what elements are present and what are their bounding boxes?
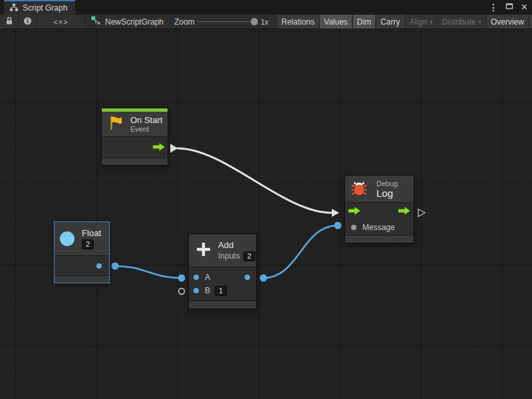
code-icon: <×> — [53, 18, 68, 26]
float-type-icon — [60, 231, 74, 246]
flow-out-port-log-unconnected[interactable] — [418, 209, 425, 217]
graph-name-label: NewScriptGraph — [105, 17, 164, 27]
overview-button[interactable]: Overview — [487, 15, 528, 29]
value-in-dot-b[interactable] — [194, 288, 199, 293]
node-debug-log[interactable]: Debug Log Message — [344, 175, 414, 243]
node-title: Add — [218, 240, 255, 250]
carry-button[interactable]: Carry — [376, 15, 404, 29]
flow-in-arrow-icon[interactable] — [348, 205, 360, 217]
wire-float-to-add-a[interactable] — [115, 266, 182, 278]
node-footer — [189, 301, 256, 309]
window-tab-bar: Script Graph ⋮ ✕ — [0, 0, 532, 15]
value-in-port-add-a[interactable] — [178, 275, 186, 282]
chevron-down-icon: ▾ — [430, 19, 433, 25]
lock-icon — [5, 16, 13, 27]
graph-asset-icon — [91, 16, 101, 27]
wire-add-to-log-message[interactable] — [263, 225, 338, 278]
flow-in-port-log[interactable] — [332, 209, 339, 217]
node-on-start[interactable]: On Start Event — [101, 108, 168, 166]
value-out-dot[interactable] — [96, 263, 102, 269]
fullscreen-button[interactable]: Full Screen — [529, 15, 532, 29]
wire-onstart-to-log[interactable] — [177, 148, 332, 213]
hierarchy-icon — [9, 3, 19, 13]
node-footer — [55, 276, 109, 283]
graph-toolbar: <×> NewScriptGraph Zoom 1x Relations Val… — [0, 15, 532, 29]
node-footer — [102, 158, 168, 165]
plus-icon — [195, 241, 212, 261]
maximize-icon[interactable] — [504, 0, 515, 15]
bug-icon — [350, 179, 368, 199]
edit-code-button[interactable]: <×> — [37, 15, 85, 29]
value-in-port-log-message[interactable] — [334, 222, 342, 229]
align-dropdown[interactable]: Align ▾ — [406, 15, 437, 29]
zoom-value: 1x — [261, 15, 269, 29]
toolbar-buttons: Relations Values Dim Carry Align ▾ Distr… — [277, 15, 532, 29]
node-float[interactable]: Float 2 — [54, 221, 110, 283]
graph-name[interactable]: NewScriptGraph — [91, 15, 164, 29]
message-label: Message — [362, 223, 395, 232]
value-out-port-float[interactable] — [112, 263, 119, 270]
node-add[interactable]: Add Inputs 2 A B 1 — [188, 233, 257, 309]
toolbar-icon-group: <×> — [0, 15, 85, 29]
relations-button[interactable]: Relations — [277, 15, 319, 29]
zoom-slider[interactable] — [197, 15, 258, 29]
dim-button[interactable]: Dim — [353, 15, 375, 29]
values-button[interactable]: Values — [320, 15, 352, 29]
inputs-count-field[interactable]: 2 — [243, 251, 255, 261]
value-in-dot-message[interactable] — [351, 225, 356, 230]
value-out-port-add[interactable] — [260, 275, 267, 282]
node-title: Float — [82, 228, 101, 238]
distribute-dropdown[interactable]: Distribute ▾ — [438, 15, 485, 29]
close-icon[interactable]: ✕ — [519, 0, 529, 15]
node-title: On Start — [130, 115, 162, 125]
lock-button[interactable] — [0, 15, 19, 29]
node-category: Debug — [376, 180, 398, 188]
flag-icon — [108, 114, 125, 134]
zoom-slider-handle[interactable] — [251, 18, 258, 25]
graph-canvas[interactable]: On Start Event Float 2 — [0, 29, 532, 399]
window-menu-icon[interactable]: ⋮ — [487, 0, 499, 15]
zoom-slider-track[interactable] — [197, 21, 253, 22]
chevron-down-icon: ▾ — [478, 19, 481, 25]
zoom-label: Zoom — [174, 15, 195, 29]
port-b-value-field[interactable]: 1 — [215, 286, 227, 296]
tab-script-graph[interactable]: Script Graph — [4, 0, 75, 15]
flow-out-port-onstart[interactable] — [170, 144, 178, 153]
port-b-label: B — [205, 286, 210, 295]
inputs-label: Inputs — [218, 251, 240, 261]
value-out-dot[interactable] — [245, 275, 250, 280]
port-a-label: A — [205, 273, 210, 282]
wire-layer — [0, 29, 532, 399]
node-footer — [345, 235, 414, 243]
float-value-field[interactable]: 2 — [82, 239, 94, 249]
window-controls: ⋮ ✕ — [487, 0, 529, 15]
value-in-port-add-b-unconnected[interactable] — [179, 289, 185, 295]
inspect-button[interactable] — [19, 15, 37, 29]
tab-title: Script Graph — [23, 3, 67, 13]
flow-out-arrow-icon[interactable] — [398, 205, 410, 217]
flow-arrow-icon[interactable] — [153, 142, 165, 154]
node-subtitle: Event — [130, 125, 162, 133]
info-icon — [23, 17, 32, 27]
value-in-dot-a[interactable] — [194, 275, 199, 280]
node-title: Log — [376, 188, 398, 199]
